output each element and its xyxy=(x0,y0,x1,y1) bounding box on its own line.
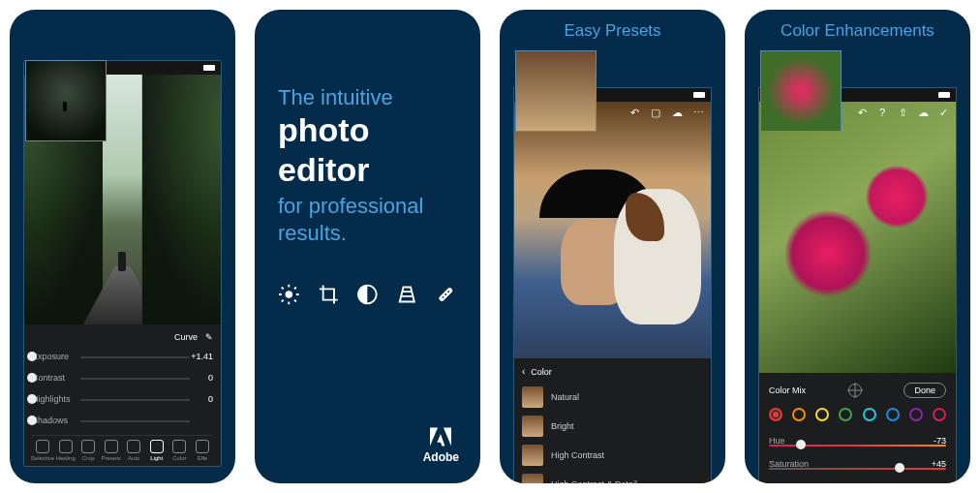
share-icon[interactable]: ⇧ xyxy=(896,106,909,119)
color-swatch[interactable] xyxy=(886,408,900,421)
slider-label: Luminance xyxy=(769,482,812,483)
preset-item[interactable]: High Contrast & Detail xyxy=(522,470,703,483)
pencil-icon[interactable]: ✎ xyxy=(205,332,213,342)
color-slider-luminance[interactable]: Luminance-14 xyxy=(769,476,946,483)
healing-icon xyxy=(435,283,457,306)
target-adjust-icon[interactable] xyxy=(848,384,862,397)
preset-label: Natural xyxy=(551,392,579,402)
slider-label: Shadows xyxy=(32,416,77,425)
help-icon[interactable]: ? xyxy=(875,106,889,119)
preset-thumb xyxy=(522,474,543,483)
phone-screenshot-3: ↶ ▢ ☁ ⋯ ‹ Color NaturalBrightHigh Contra… xyxy=(513,87,712,483)
tool-auto[interactable]: Auto xyxy=(123,440,144,461)
tool-label: Crop xyxy=(82,455,95,461)
cloud-icon[interactable]: ☁ xyxy=(916,106,930,119)
color-swatch[interactable] xyxy=(815,408,829,421)
slider-value: -14 xyxy=(934,482,946,483)
color-swatch[interactable] xyxy=(839,408,852,421)
tool-healing[interactable]: Healing xyxy=(55,440,77,461)
help-icon[interactable]: ? xyxy=(138,78,151,92)
slider-thumb[interactable] xyxy=(27,352,37,361)
preset-thumb xyxy=(522,386,543,408)
adobe-logo-icon xyxy=(430,427,451,447)
slider-thumb[interactable] xyxy=(27,416,37,425)
bottom-tool-bar: SelectiveHealingCropPresetsAutoLightColo… xyxy=(32,435,213,461)
preset-label: Bright xyxy=(551,421,574,431)
slider-contrast[interactable]: Contrast0 xyxy=(32,367,213,388)
marketing-copy: The intuitive photo editor for professio… xyxy=(255,10,480,248)
tool-icon xyxy=(105,440,118,453)
feature-icon-row xyxy=(255,248,480,306)
preset-thumb xyxy=(522,445,543,466)
slider-track xyxy=(80,420,190,422)
tool-label: Light xyxy=(150,455,163,461)
tool-presets[interactable]: Presets xyxy=(101,440,122,461)
done-button[interactable]: Done xyxy=(903,383,946,398)
preset-item[interactable]: Bright xyxy=(522,412,703,441)
preset-label: High Contrast & Detail xyxy=(551,479,637,483)
cloud-icon[interactable]: ☁ xyxy=(670,106,684,119)
svg-point-12 xyxy=(445,293,447,295)
color-swatch[interactable] xyxy=(769,408,782,421)
undo-icon[interactable]: ↶ xyxy=(628,106,641,119)
tool-label: Presets xyxy=(102,455,121,461)
slider-thumb[interactable] xyxy=(796,440,806,449)
tool-label: Effe xyxy=(198,455,208,461)
edit-controls: Curve ✎ Exposure+1.41Contrast0Highlights… xyxy=(24,324,221,467)
before-thumbnail xyxy=(515,50,597,132)
svg-line-5 xyxy=(282,287,284,289)
slider-thumb[interactable] xyxy=(27,373,37,383)
color-slider-hue[interactable]: Hue-73 xyxy=(769,429,946,452)
color-swatch[interactable] xyxy=(792,408,806,421)
color-swatch[interactable] xyxy=(909,408,923,421)
chevron-left-icon: ‹ xyxy=(522,366,525,377)
panel4-title: Color Enhancements xyxy=(745,10,970,48)
slider-thumb[interactable] xyxy=(895,463,904,473)
main-photo-flowers: ↶ ? ⇧ ☁ ✓ xyxy=(759,102,956,373)
slider-track xyxy=(769,468,946,470)
undo-icon[interactable]: ↶ xyxy=(855,106,869,119)
slider-exposure[interactable]: Exposure+1.41 xyxy=(32,346,213,367)
slider-label: Highlights xyxy=(32,394,77,404)
slider-shadows[interactable]: Shadows xyxy=(32,410,213,431)
preset-group-name: Color xyxy=(531,367,552,377)
slider-thumb[interactable] xyxy=(27,394,37,404)
svg-point-11 xyxy=(443,296,444,298)
share-icon[interactable]: ▢ xyxy=(649,106,662,119)
crop-icon xyxy=(318,283,340,306)
tool-label: Healing xyxy=(55,455,75,461)
tool-color[interactable]: Color xyxy=(168,440,190,461)
more-icon[interactable]: ⋯ xyxy=(691,106,705,119)
tool-icon xyxy=(127,440,140,453)
photo-road xyxy=(83,266,162,324)
tool-effe[interactable]: Effe xyxy=(192,440,213,461)
check-icon[interactable]: ✓ xyxy=(936,106,950,119)
perspective-icon xyxy=(396,283,418,306)
color-swatch[interactable] xyxy=(863,408,876,421)
panel-presets: Easy Presets ↶ ▢ ☁ ⋯ ‹ Color NaturalBrig… xyxy=(500,10,725,483)
tool-icon xyxy=(59,440,73,453)
color-slider-saturation[interactable]: Saturation+45 xyxy=(769,452,946,476)
adobe-brand: Adobe xyxy=(423,427,459,464)
slider-highlights[interactable]: Highlights0 xyxy=(32,388,213,410)
brightness-icon xyxy=(278,283,300,306)
tool-light[interactable]: Light xyxy=(146,440,168,461)
tool-selective[interactable]: Selective xyxy=(32,440,53,461)
preset-item[interactable]: Natural xyxy=(522,383,703,412)
color-mix-label: Color Mix xyxy=(769,385,806,395)
tool-icon xyxy=(196,440,209,453)
slider-track xyxy=(80,378,190,380)
preset-group-header[interactable]: ‹ Color xyxy=(522,364,703,383)
more-icon[interactable]: ⋯ xyxy=(201,78,215,92)
tagline-big1: photo xyxy=(278,112,457,148)
cloud-icon[interactable]: ☁ xyxy=(180,78,194,92)
editor-top-icons: ? ↶ ☁ ⋯ xyxy=(138,78,215,92)
tool-crop[interactable]: Crop xyxy=(77,440,99,461)
svg-point-13 xyxy=(448,291,450,293)
signal-icon xyxy=(203,65,215,71)
preset-item[interactable]: High Contrast xyxy=(522,441,703,470)
color-swatch[interactable] xyxy=(933,408,946,421)
main-photo-person-dog: ↶ ▢ ☁ ⋯ xyxy=(514,102,711,358)
curve-label[interactable]: Curve xyxy=(174,332,198,342)
undo-icon[interactable]: ↶ xyxy=(159,78,172,92)
